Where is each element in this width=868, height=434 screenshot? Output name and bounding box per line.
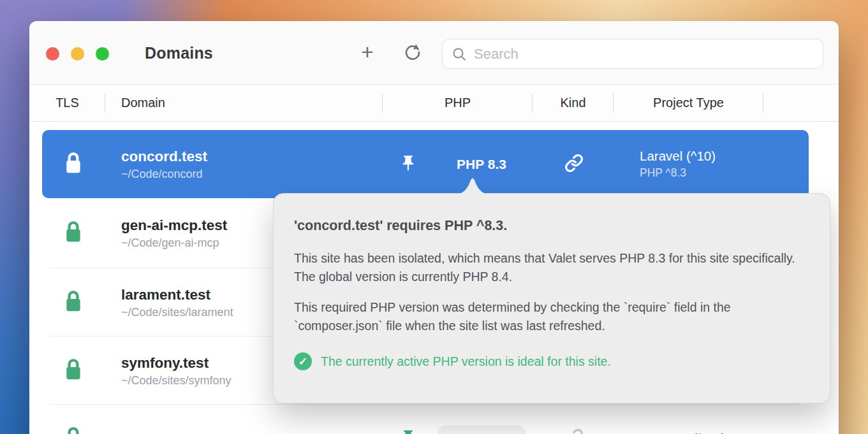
php-version: PHP 8.3 bbox=[430, 157, 533, 172]
header-kind: Kind bbox=[533, 96, 614, 110]
domain-name: tempest.test bbox=[121, 430, 386, 434]
lock-icon bbox=[63, 358, 84, 384]
popover-paragraph-1: This site has been isolated, which means… bbox=[294, 249, 807, 286]
project-type-cell: Tempest (^1.6) bbox=[615, 431, 809, 434]
popover-paragraph-2: This required PHP version was determined… bbox=[294, 298, 807, 335]
lock-icon bbox=[63, 289, 84, 316]
search-input[interactable] bbox=[474, 46, 814, 62]
window-title: Domains bbox=[145, 43, 213, 62]
lock-icon bbox=[63, 426, 84, 434]
tls-cell bbox=[42, 426, 105, 434]
refresh-button[interactable] bbox=[401, 41, 425, 65]
link-icon bbox=[564, 154, 584, 175]
add-domain-button[interactable]: + bbox=[355, 41, 379, 65]
refresh-icon bbox=[403, 42, 422, 63]
header-php: PHP bbox=[383, 96, 533, 110]
php-version-badge bbox=[430, 425, 533, 434]
check-circle-icon: ✓ bbox=[294, 352, 312, 370]
close-window-button[interactable] bbox=[46, 47, 59, 61]
traffic-lights bbox=[46, 47, 109, 61]
pin-icon bbox=[399, 429, 417, 434]
domains-window: Domains + TLS Domain PHP Kind Project Ty… bbox=[29, 21, 839, 434]
header-tls: TLS bbox=[29, 96, 105, 110]
pin-cell bbox=[386, 154, 430, 175]
pin-icon bbox=[399, 154, 417, 175]
project-type: Laravel (^10) bbox=[640, 148, 809, 164]
header-project-type: Project Type bbox=[614, 96, 763, 110]
header-domain: Domain bbox=[105, 96, 383, 110]
project-type-cell: Laravel (^10) PHP ^8.3 bbox=[615, 148, 809, 180]
popover-status: ✓ The currently active PHP version is id… bbox=[294, 352, 809, 370]
tls-cell bbox=[42, 289, 105, 316]
pin-cell bbox=[386, 429, 430, 434]
kind-cell bbox=[533, 154, 615, 175]
popover-status-text: The currently active PHP version is idea… bbox=[321, 354, 611, 369]
link-icon bbox=[564, 428, 584, 434]
domain-cell: tempest.test bbox=[105, 430, 386, 434]
domain-name: concord.test bbox=[121, 148, 386, 165]
popover-arrow bbox=[453, 173, 492, 194]
desktop: { "window": { "title": "Domains" }, "too… bbox=[0, 0, 868, 434]
table-row-tempest[interactable]: tempest.test Tempest (^1 bbox=[42, 405, 809, 434]
search-icon bbox=[452, 47, 467, 62]
tls-cell bbox=[42, 151, 105, 178]
kind-cell bbox=[533, 428, 615, 434]
minimize-window-button[interactable] bbox=[71, 47, 84, 61]
lock-icon bbox=[63, 220, 84, 247]
tls-cell bbox=[42, 220, 105, 247]
lock-icon bbox=[63, 151, 84, 178]
table-header: TLS Domain PHP Kind Project Type bbox=[29, 85, 839, 122]
table-row-concord[interactable]: concord.test ~/Code/concord PHP 8.3 bbox=[42, 130, 809, 198]
project-php: PHP ^8.3 bbox=[640, 166, 809, 180]
popover-title: 'concord.test' requires PHP ^8.3. bbox=[294, 218, 809, 234]
php-info-popover: 'concord.test' requires PHP ^8.3. This s… bbox=[273, 193, 830, 403]
search-field[interactable] bbox=[442, 39, 823, 69]
project-type: Tempest (^1.6) bbox=[640, 431, 809, 434]
toolbar: Domains + bbox=[29, 21, 839, 85]
domain-cell: concord.test ~/Code/concord bbox=[105, 148, 386, 181]
domain-path: ~/Code/concord bbox=[121, 168, 386, 181]
zoom-window-button[interactable] bbox=[96, 47, 109, 61]
tls-cell bbox=[42, 358, 105, 384]
